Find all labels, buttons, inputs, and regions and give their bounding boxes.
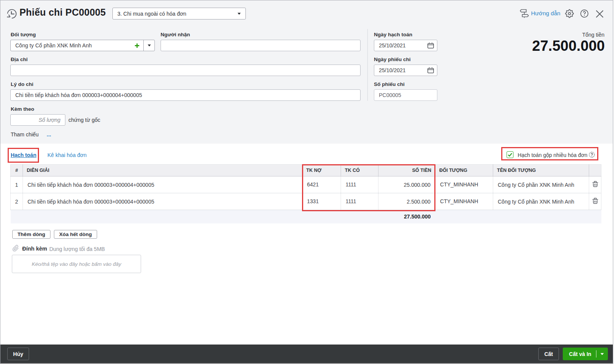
settings-button[interactable] [565,9,574,18]
help-button[interactable] [580,9,589,18]
cell-index: 2 [11,193,23,210]
cell-dien-giai[interactable]: Chi tiền tiếp khách hóa đơn 000003+00000… [23,193,302,210]
form-divider [367,29,368,101]
tong-tien-label: Tổng tiền [582,32,604,38]
titlebar-actions: Hướng dẫn [0,0,613,24]
dialog-window: Phiếu chi PC00005 3. Chi mua ngoài có hó… [0,0,613,364]
add-row-button[interactable]: Thêm dòng [12,230,50,239]
ngay-hach-toan-label: Ngày hạch toán [374,32,413,37]
col-header-tk-co: TK CÓ [341,165,378,176]
cell-dien-giai[interactable]: Chi tiền tiếp khách hóa đơn 000003+00000… [23,176,302,193]
add-partner-button[interactable] [135,40,143,51]
merge-invoices-checkbox[interactable] [507,151,513,158]
col-header-so-tien: SỐ TIỀN [378,165,435,176]
trash-icon [592,198,598,204]
tong-tien-value: 27.500.000 [532,38,605,54]
cell-tk-co[interactable]: 1111 [341,193,378,210]
ly-do-chi-label: Lý do chi [11,81,33,87]
kem-theo-suffix: chứng từ gốc [68,117,100,123]
ngay-phieu-chi-value: 25/10/2021 [379,67,406,73]
total-row-cell [435,210,493,223]
col-header-tk-no: TK NỢ [302,165,341,176]
doi-tuong-dropdown-button[interactable] [143,40,154,51]
cell-tk-no[interactable]: 6421 [302,176,341,193]
save-button[interactable]: Cất [538,348,559,360]
cell-tk-co[interactable]: 1111 [341,176,378,193]
close-button[interactable] [596,10,604,18]
cell-doi-tuong[interactable]: CTY_MINHANH [435,193,493,210]
total-row-cell [589,210,601,223]
cell-tk-no[interactable]: 1331 [302,193,341,210]
delete-row-button[interactable] [592,181,598,187]
cell-ten-doi-tuong[interactable]: Công ty Cổ phần XNK Minh Anh [493,176,589,193]
title-bar: Phiếu chi PC00005 3. Chi mua ngoài có hó… [0,0,613,24]
cell-so-tien[interactable]: 2.500.000 [378,193,435,210]
save-and-print-button[interactable]: Cất và In [563,348,608,360]
merge-invoices-help[interactable] [589,152,595,158]
plus-icon [135,43,140,48]
cell-actions [589,176,601,193]
col-header-index: # [11,165,23,176]
doi-tuong-label: Đối tượng [11,32,36,37]
close-icon [596,10,604,18]
dia-chi-input[interactable] [10,65,361,76]
voucher-form: Đối tượng Công ty Cổ phần XNK Minh Anh N… [0,24,613,144]
table-total-row: 27.500.000 [11,210,601,223]
dropzone-text: Kéo/thả tệp vào đây hoặc bấm vào đây [32,261,121,267]
table-header-row: # DIỄN GIẢI TK NỢ TK CÓ SỐ TIỀN ĐỐI TƯỢN… [11,165,601,176]
check-icon [508,153,512,157]
footer-bar: Hủy Cất Cất và In [0,345,613,363]
total-row-cell [11,210,23,223]
payment-voucher-dialog: Phiếu chi PC00005 3. Chi mua ngoài có hó… [0,0,614,364]
total-row-cell [23,210,302,223]
table-row: 1 Chi tiền tiếp khách hóa đơn 000003+000… [11,176,601,193]
tham-chieu-label: Tham chiếu [11,131,39,138]
save-options-dropdown[interactable] [596,353,608,355]
nguoi-nhan-input[interactable] [161,40,361,51]
col-header-doi-tuong: ĐỐI TƯỢNG [435,165,493,176]
ngay-phieu-chi-input[interactable]: 25/10/2021 [374,65,437,76]
calendar-icon[interactable] [427,42,434,49]
so-phieu-chi-input[interactable]: PC00005 [374,89,437,101]
tab-hach-toan[interactable]: Hạch toán [11,152,36,158]
cell-index: 1 [11,176,23,193]
calendar-icon[interactable] [427,67,434,73]
chevron-down-icon [148,44,151,47]
question-circle-icon [589,152,595,158]
attach-hint: Dung lượng tối đa 5MB [49,246,105,252]
cell-doi-tuong[interactable]: CTY_MINHANH [435,176,493,193]
chevron-down-icon [600,353,604,355]
tab-ke-khai-hoa-don[interactable]: Kê khai hóa đơn [47,152,87,158]
paperclip-icon [12,245,19,252]
so-phieu-chi-label: Số phiếu chi [374,81,404,87]
total-row-cell [302,210,341,223]
col-header-actions [589,165,601,176]
guide-link-label[interactable]: Hướng dẫn [531,10,560,16]
doi-tuong-input[interactable]: Công ty Cổ phần XNK Minh Anh [11,40,135,51]
kem-theo-placeholder: Số lượng [39,117,60,123]
ly-do-chi-input[interactable]: Chi tiền tiếp khách hóa đơn 000003+00000… [10,89,361,101]
kem-theo-label: Kèm theo [11,106,34,112]
delete-row-button[interactable] [592,198,598,204]
dia-chi-label: Địa chỉ [11,57,28,62]
total-row-cell [493,210,589,223]
cancel-button[interactable]: Hủy [7,348,29,360]
file-dropzone[interactable]: Kéo/thả tệp vào đây hoặc bấm vào đây [12,255,141,273]
signpost-icon [520,9,529,18]
cell-actions [589,193,601,210]
clear-rows-button[interactable]: Xóa hết dòng [54,230,97,239]
tham-chieu-link[interactable]: ... [47,131,51,138]
cell-so-tien[interactable]: 25.000.000 [378,176,435,193]
ngay-hach-toan-value: 25/10/2021 [379,42,406,49]
button-divider [596,350,596,358]
so-phieu-chi-value: PC00005 [379,92,401,98]
kem-theo-input[interactable]: Số lượng [10,114,65,126]
merge-invoices-label: Hạch toán gộp nhiều hóa đơn [518,152,587,158]
guide-link[interactable] [520,9,529,18]
accounting-table: # DIỄN GIẢI TK NỢ TK CÓ SỐ TIỀN ĐỐI TƯỢN… [10,164,601,223]
total-row-cell [341,210,378,223]
cell-ten-doi-tuong[interactable]: Công ty Cổ phần XNK Minh Anh [493,193,589,210]
col-header-dien-giai: DIỄN GIẢI [23,165,302,176]
ngay-hach-toan-input[interactable]: 25/10/2021 [374,40,437,51]
help-circle-icon [580,9,589,18]
